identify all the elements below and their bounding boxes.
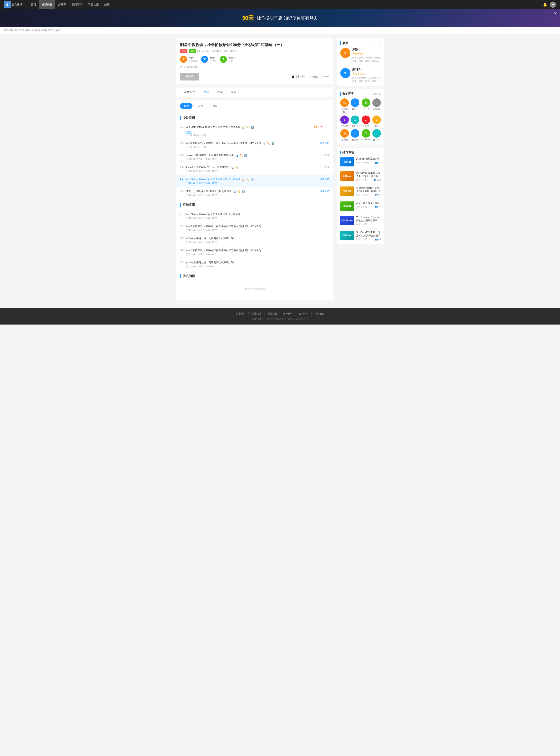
sub-tab-record[interactable]: 录播 [195, 103, 207, 109]
nav-item-news[interactable]: 新闻资讯 [69, 0, 85, 9]
replay-status[interactable]: 查看回放 [314, 190, 329, 193]
lesson-num: 01 [180, 213, 185, 216]
lesson-title[interactable]: 从Java后端到全栈，高级电商全栈系统大课 [185, 154, 234, 157]
course-progress: 0% 已学习0课时 [180, 65, 329, 71]
teacher-card-1: 宋 宋利坚 ★★★★☆ 国内某重点大学安全工程专业硕士，国家一级注册消防工程师、… [340, 68, 381, 83]
rec-info-5: 玩转Java开发工具，精通JUC,成为开发多面手 讲师：岳田 👥 46 [356, 231, 381, 241]
classmate-name-3: Charles [373, 108, 380, 110]
sub-tab-live[interactable]: 直播 [180, 103, 193, 109]
ended-status: 已结束 [314, 165, 329, 169]
logo[interactable]: 云朵课堂 [4, 1, 22, 8]
tab-qa[interactable]: 问答 [227, 87, 240, 97]
collect-link[interactable]: ☆ 收藏 [309, 75, 318, 79]
rec-meta-2: 讲师：岳田 👥 56 [356, 194, 381, 197]
lesson-title-row: Vue Element+Node.js开发企业通用管理后台系统 📊 ✏️ ⬇️ [185, 125, 314, 130]
future-live-title: 后续直播 [180, 203, 329, 207]
lesson-title[interactable]: 从Java后端到全栈，高级电商全栈系统大课 [185, 261, 329, 264]
footer-link-disclaimer[interactable]: 免费声明 [296, 312, 312, 315]
tab-catalog[interactable]: 目录 [200, 87, 213, 97]
classmates-title: 你的同学 [340, 92, 372, 96]
material-badge[interactable]: 资料 [185, 131, 192, 134]
footer-link-agent[interactable]: 加盟代理 [249, 312, 264, 315]
nav-item-home[interactable]: 首页 [28, 0, 39, 9]
lesson-title[interactable]: Vue Element+Node.js开发企业通用管理后台系统 [185, 178, 240, 181]
classmate-avatar-5: 1 [351, 116, 359, 124]
breadcrumb-discover[interactable]: 发现课程 [4, 29, 13, 32]
footer-link-about[interactable]: 关于我们 [233, 312, 249, 315]
footer-link-sitemap[interactable]: 网站地图 [264, 312, 280, 315]
clock-icon: 🕐 [185, 134, 188, 136]
edit-icon: ✏️ [246, 178, 249, 181]
tab-comment[interactable]: 评论 [213, 87, 227, 97]
close-icon[interactable]: ✕ [554, 11, 557, 16]
rec-thumb-text-5: 玩转Java [342, 233, 352, 237]
prev-teacher-arrow[interactable]: ‹ [372, 41, 376, 45]
lesson-item: 01 Vue Element+Node.js开发企业通用管理后台系统 📊 ✏️ … [180, 123, 329, 139]
history-title: 历史回顾 [180, 274, 329, 278]
nav-item-more[interactable]: ··· [113, 0, 120, 9]
rec-item-1[interactable]: 玩转Java 玩转Java开发工具，精通JUC,成为开发多面手 讲师：王磊 👥 … [340, 171, 381, 184]
tabs-section: 课程介绍 目录 评论 问答 [176, 87, 333, 97]
classmate-avatar-7: B [372, 116, 381, 124]
lesson-title[interactable]: 从Java后端到全栈，高级电商全栈系统大课 [185, 237, 329, 240]
lesson-title[interactable]: Vue Element+Node.js开发企业通用管理后台系统 [185, 125, 240, 129]
rec-item-4[interactable]: Vue Element Vue Element+Node.js开发企业通用管理后… [340, 216, 381, 228]
rec-title-0: 高级电商全线系统大课 [356, 157, 381, 160]
breadcrumb-series[interactable]: 新媒体营销系列 [15, 29, 32, 32]
next-teacher-arrow[interactable]: › [377, 41, 381, 45]
course-actions: 已购买 📱 手机观看 ☆ 收藏 ↗ 分享 [180, 73, 329, 80]
live-status: 📶 直播中 [314, 125, 329, 128]
lesson-time: 🕐 今日 10:00~11:00 [185, 134, 314, 137]
rec-item-5[interactable]: 玩转Java 玩转Java开发工具，精通JUC,成为开发多面手 讲师：岳田 👥 … [340, 231, 381, 241]
lesson-title[interactable]: Vue全家桶实战 从零独立开发企业级小米电商系统(免费升级Vue3.0) [185, 141, 261, 145]
notification-bell[interactable]: 🔔 [543, 2, 547, 7]
lesson-title[interactable]: Vue全家桶实战 从零独立开发企业级小米电商系统(免费升级Vue3.0) [185, 249, 329, 252]
rec-thumb-0: 高级电商 [340, 157, 354, 166]
nav-item-problems[interactable]: 题库 [101, 0, 113, 9]
nav-item-open[interactable]: 公开课 [55, 0, 69, 9]
teacher-card-desc-1: 国内某重点大学安全工程专业硕士，国家一级注册消防工程师、注册安全工程师、级注册建… [352, 76, 381, 83]
footer-link-partner[interactable]: 合作伙伴 [280, 312, 296, 315]
lesson-title[interactable]: Vue全家桶实战 从零独立开发企业级小米电商系统(免费升级Vue3.0) [185, 224, 329, 228]
link-icon: 🔗 [251, 178, 254, 181]
chart-icon: 📊 [262, 142, 265, 145]
mobile-watch-link[interactable]: 📱 手机观看 [292, 75, 305, 79]
share-link[interactable]: ↗ 分享 [321, 75, 329, 79]
classmate-name-10: Summers [361, 138, 371, 141]
switch-classmates-btn[interactable]: ↻ 换一换 [372, 92, 381, 96]
teacher-item-1: 凌 凌荷 班主任 [201, 56, 216, 63]
download-icon: ⬇️ [244, 154, 247, 157]
footer-link-recruit[interactable]: 招资纳士 [312, 312, 327, 315]
teacher-role-1: 班主任 [209, 60, 216, 63]
lesson-title-row: Vue Element+Node.js开发企业通用管理后台系统 📊 ✏️ 🔗 [185, 178, 314, 182]
classmates-header: 你的同学 ↻ 换一换 [340, 92, 381, 96]
teacher-nav-arrows: ‹ › [372, 41, 381, 45]
user-avatar[interactable]: U [550, 2, 556, 8]
future-live-section: 后续直播 01 Vue Element+Node.js开发企业通用管理后台系统 … [180, 203, 329, 270]
rec-item-0[interactable]: 高级电商 高级电商全线系统大课 讲师：张小锋 👥 34 [340, 157, 381, 169]
lesson-status: 📶 直播中 [314, 125, 329, 128]
replay-status[interactable]: 查看回放 [314, 178, 329, 181]
lesson-status: 已结束 [314, 165, 329, 169]
lesson-title[interactable]: Vue Element+Node.js开发企业通用管理后台系统 [185, 213, 329, 216]
nav-item-discover[interactable]: 发现课程 [39, 0, 55, 9]
lesson-num: 01 [180, 125, 185, 128]
purchased-button[interactable]: 已购买 [180, 73, 199, 80]
edit-icon: ✏️ [246, 126, 249, 129]
share-icon: ↗ [321, 76, 323, 78]
lesson-time: 🕐 今日 10:00~11:00 [185, 146, 314, 148]
lesson-title[interactable]: Java项目面试实操 提升大厂面试成功率 [185, 165, 229, 169]
lesson-time: 🕐 2020/02/26 周四 10:00~11:00 [185, 182, 314, 185]
rec-item-3[interactable]: 高级电商 高级电商全线系统大课 讲师：冷峰 👥 40 [340, 201, 381, 213]
chart-icon: 📊 [233, 191, 236, 193]
classmate-item-0: 化 化学教书... [340, 98, 349, 114]
tab-intro[interactable]: 课程介绍 [180, 87, 200, 97]
nav-item-qa[interactable]: 问答社区 [85, 0, 101, 9]
teacher-avatar-1: 凌 [201, 56, 208, 63]
lesson-info: Vue Element+Node.js开发企业通用管理后台系统 🕐 2020/0… [185, 213, 329, 220]
rec-item-2[interactable]: 前端全栈 前端全栈加强版！前端全栈+全周期+多维应用 讲师：岳田 👥 56 [340, 186, 381, 199]
recommended-card: 推荐课程 高级电商 高级电商全线系统大课 讲师：张小锋 👥 34 玩转Java [337, 147, 384, 244]
lesson-title[interactable]: 跟随千万级项目从0到100全过程高效成长 [185, 190, 232, 193]
lesson-time: 🕐 2020/02/27 周三 10:00~11:00 [185, 158, 314, 161]
sub-tab-face[interactable]: 面授 [209, 103, 221, 109]
